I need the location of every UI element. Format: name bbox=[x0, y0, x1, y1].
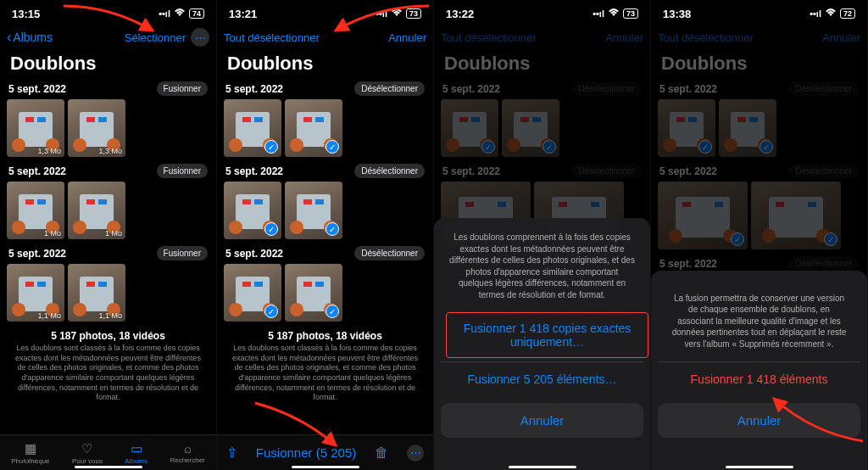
selection-toolbar: ⇪ Fusionner (5 205) 🗑 ⋯ bbox=[217, 434, 433, 470]
tab-search[interactable]: ⌕Rechercher bbox=[170, 441, 204, 464]
more-button[interactable]: ⋯ bbox=[407, 445, 424, 462]
wifi-icon bbox=[608, 8, 620, 19]
group-date: 5 sept. 2022 bbox=[225, 83, 283, 95]
back-button[interactable]: ‹ Albums bbox=[7, 31, 53, 44]
group-date: 5 sept. 2022 bbox=[442, 165, 500, 177]
group-date: 5 sept. 2022 bbox=[225, 165, 283, 177]
merge-pill[interactable]: Fusionner bbox=[157, 246, 208, 260]
tab-foryou[interactable]: ♡Pour vous bbox=[72, 441, 103, 465]
share-icon[interactable]: ⇪ bbox=[226, 445, 237, 461]
clock: 13:15 bbox=[12, 8, 40, 20]
screen-2: 13:21 ••ıl 73 Tout désélectionner Annule… bbox=[217, 0, 434, 470]
check-icon: ✓ bbox=[760, 140, 773, 154]
photo-thumb[interactable]: 1 Mo bbox=[68, 182, 125, 239]
wifi-icon bbox=[391, 8, 403, 19]
deselect-pill[interactable]: Désélectionner bbox=[354, 246, 425, 260]
deselect-pill[interactable]: Désélectionner bbox=[354, 164, 425, 178]
photo-thumb[interactable]: ✓ bbox=[224, 264, 281, 322]
photo-thumb: ✓ bbox=[751, 182, 841, 249]
photo-thumb[interactable]: ✓ bbox=[285, 182, 342, 239]
home-indicator[interactable] bbox=[509, 466, 576, 468]
select-button[interactable]: Sélectionner bbox=[125, 31, 186, 44]
content-scroll[interactable]: 5 sept. 2022Désélectionner ✓ ✓ 5 sept. 2… bbox=[217, 80, 433, 434]
photo-thumb[interactable]: ✓ bbox=[285, 99, 342, 157]
deselect-all-button[interactable]: Tout désélectionner bbox=[224, 31, 320, 44]
ellipsis-icon: ⋯ bbox=[195, 31, 206, 44]
home-indicator[interactable] bbox=[726, 466, 793, 468]
photo-thumb[interactable]: 1 Mo bbox=[7, 182, 64, 239]
status-icons: ••ıl 73 bbox=[593, 8, 638, 19]
check-icon: ✓ bbox=[326, 140, 339, 154]
photo-thumb[interactable]: ✓ bbox=[224, 99, 281, 157]
check-icon: ✓ bbox=[481, 140, 495, 154]
status-bar: 13:22 ••ıl 73 bbox=[434, 0, 650, 24]
deselect-all-button: Tout désélectionner bbox=[658, 31, 754, 44]
confirm-merge-button[interactable]: Fusionner 1 418 éléments bbox=[658, 361, 860, 396]
check-icon: ✓ bbox=[264, 305, 278, 318]
signal-icon: ••ıl bbox=[593, 8, 604, 19]
more-button[interactable]: ⋯ bbox=[191, 28, 209, 47]
check-icon: ✓ bbox=[731, 232, 744, 246]
group-date: 5 sept. 2022 bbox=[8, 83, 66, 95]
page-title: Doublons bbox=[651, 51, 867, 80]
photo-thumb[interactable]: ✓ bbox=[224, 182, 281, 239]
duplicate-group: 5 sept. 2022 Fusionner 1,1 Mo 1,1 Mo bbox=[0, 244, 216, 327]
photo-thumb[interactable]: 1,1 Mo bbox=[7, 264, 64, 322]
sheet-cancel-button[interactable]: Annuler bbox=[658, 403, 860, 438]
check-icon: ✓ bbox=[698, 140, 712, 154]
clock: 13:38 bbox=[663, 8, 691, 20]
tab-albums[interactable]: ▭Albums bbox=[125, 441, 147, 465]
page-title: Doublons bbox=[0, 51, 216, 80]
tab-library[interactable]: ▦Photothèque bbox=[11, 441, 49, 465]
nav-bar: Tout désélectionner Annuler bbox=[651, 24, 867, 51]
merge-all-button[interactable]: Fusionner 5 205 éléments… bbox=[441, 361, 643, 396]
heart-icon: ♡ bbox=[81, 441, 92, 456]
home-indicator[interactable] bbox=[292, 466, 359, 468]
battery-level: 74 bbox=[189, 8, 204, 19]
cancel-button[interactable]: Annuler bbox=[388, 31, 426, 44]
photo-thumb[interactable]: 1,3 Mo bbox=[7, 99, 64, 157]
action-sheet: Les doublons comprennent à la fois des c… bbox=[434, 218, 650, 470]
merge-exact-button[interactable]: Fusionner 1 418 copies exactes uniquemen… bbox=[446, 312, 648, 358]
search-icon: ⌕ bbox=[184, 441, 192, 456]
check-icon: ✓ bbox=[542, 140, 556, 154]
trash-icon[interactable]: 🗑 bbox=[375, 445, 388, 461]
deselect-pill[interactable]: Désélectionner bbox=[354, 81, 425, 96]
merge-pill[interactable]: Fusionner bbox=[157, 81, 208, 96]
group-date: 5 sept. 2022 bbox=[659, 258, 717, 270]
status-icons: ••ıl 74 bbox=[159, 8, 204, 19]
sheet-cancel-button[interactable]: Annuler bbox=[441, 403, 643, 438]
deselect-pill: Désélectionner bbox=[571, 164, 642, 178]
check-icon: ✓ bbox=[264, 222, 278, 236]
photo-thumb: ✓ bbox=[719, 99, 776, 157]
screen-3: 13:22 ••ıl 73 Tout désélectionner Annule… bbox=[434, 0, 651, 470]
cancel-button: Annuler bbox=[822, 31, 860, 44]
ellipsis-icon: ⋯ bbox=[410, 446, 421, 459]
content-scroll[interactable]: 5 sept. 2022 Fusionner 1,3 Mo 1,3 Mo 5 s… bbox=[0, 80, 216, 434]
deselect-pill: Désélectionner bbox=[788, 164, 859, 178]
duplicate-group: 5 sept. 2022 Fusionner 1 Mo 1 Mo bbox=[0, 162, 216, 244]
home-indicator[interactable] bbox=[75, 466, 142, 468]
signal-icon: ••ıl bbox=[376, 8, 387, 19]
wifi-icon bbox=[825, 8, 837, 19]
wifi-icon bbox=[174, 8, 186, 19]
photo-thumb[interactable]: ✓ bbox=[285, 264, 342, 322]
duplicate-group: 5 sept. 2022 Fusionner 1,3 Mo 1,3 Mo bbox=[0, 80, 216, 162]
group-date: 5 sept. 2022 bbox=[225, 248, 283, 260]
signal-icon: ••ıl bbox=[159, 8, 170, 19]
merge-pill[interactable]: Fusionner bbox=[157, 164, 208, 178]
check-icon: ✓ bbox=[326, 305, 339, 318]
screen-1: 13:15 ••ıl 74 ‹ Albums Sélectionner ⋯ Do… bbox=[0, 0, 217, 470]
duplicate-group: 5 sept. 2022Désélectionner ✓ ✓ bbox=[217, 162, 433, 244]
action-sheet: La fusion permettra de conserver une ver… bbox=[651, 271, 867, 471]
photo-thumb: ✓ bbox=[441, 99, 498, 157]
sheet-message: Les doublons comprennent à la fois des c… bbox=[441, 228, 643, 309]
group-date: 5 sept. 2022 bbox=[659, 165, 717, 177]
photo-thumb[interactable]: 1,3 Mo bbox=[68, 99, 125, 157]
merge-button[interactable]: Fusionner (5 205) bbox=[256, 445, 356, 460]
group-date: 5 sept. 2022 bbox=[442, 83, 500, 95]
photo-thumb[interactable]: 1,1 Mo bbox=[68, 264, 125, 322]
library-icon: ▦ bbox=[25, 441, 36, 456]
status-icons: ••ıl 73 bbox=[376, 8, 421, 19]
battery-level: 73 bbox=[406, 8, 421, 19]
